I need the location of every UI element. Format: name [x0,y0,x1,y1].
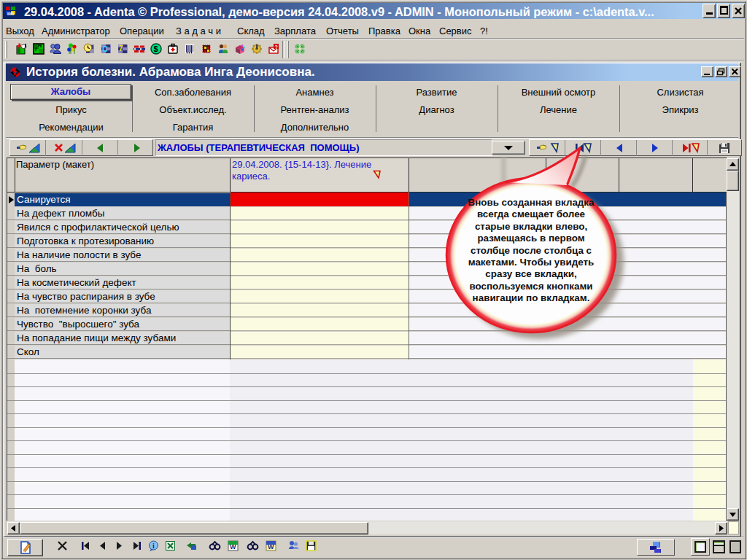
svg-text:7: 7 [119,44,123,52]
svg-text:?: ? [275,44,278,50]
svg-text:C: C [102,44,108,53]
svg-text:W: W [230,543,236,551]
svg-text:i: i [152,542,155,550]
svg-text:$: $ [154,44,158,53]
svg-text:W: W [268,543,274,551]
